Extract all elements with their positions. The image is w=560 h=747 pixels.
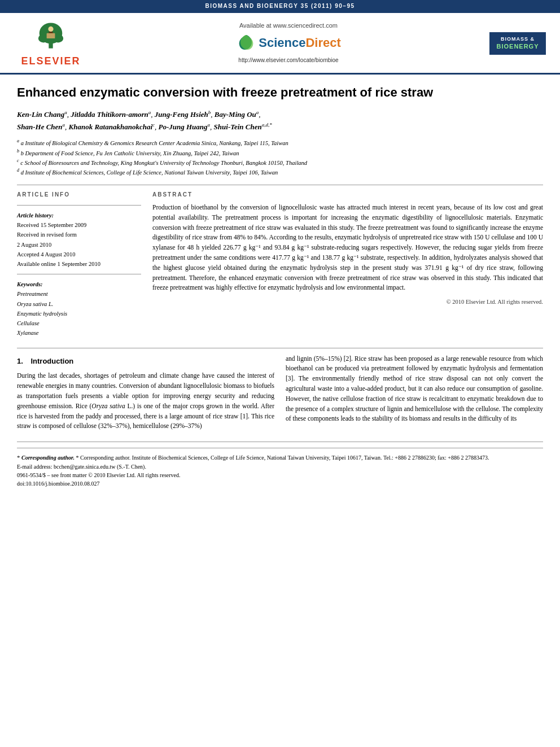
star-icon: *	[17, 454, 20, 461]
body-right-column: and lignin (5%–15%) [2]. Rice straw has …	[286, 354, 543, 436]
copyright-line: © 2010 Elsevier Ltd. All rights reserved…	[152, 298, 543, 306]
revised-date: 2 August 2010	[17, 241, 141, 249]
intro-para2: and lignin (5%–15%) [2]. Rice straw has …	[286, 354, 543, 425]
accepted-date: Accepted 4 August 2010	[17, 250, 141, 259]
section-title: Introduction	[30, 357, 73, 365]
sciencedirect-text: ScienceDirect	[259, 34, 341, 52]
center-header: Available at www.sciencedirect.com Scien…	[90, 21, 487, 64]
elsevier-tree-icon	[28, 19, 73, 53]
main-content: Enhanced enzymatic conversion with freez…	[0, 75, 560, 493]
info-abstract-section: ARTICLE INFO Article history: Received 1…	[17, 191, 543, 338]
svg-point-4	[48, 26, 53, 31]
body-left-column: 1. Introduction During the last decades,…	[17, 354, 274, 436]
journal-logo-right: BIOMASS & BIOENERGY	[487, 32, 549, 55]
section-number: 1.	[17, 357, 23, 365]
page: BIOMASS AND BIOENERGY 35 (2011) 90–95 EL…	[0, 0, 560, 747]
corresponding-author: * Corresponding author. * Corresponding …	[17, 453, 543, 462]
doi-footnote: doi:10.1016/j.biombioe.2010.08.027	[17, 479, 543, 488]
issn-footnote: 0961-9534/$ – see front matter © 2010 El…	[17, 471, 543, 479]
info-separator	[17, 205, 141, 206]
journal-top-bar: BIOMASS AND BIOENERGY 35 (2011) 90–95	[0, 0, 560, 13]
sciencedirect-logo: ScienceDirect	[236, 33, 341, 53]
journal-url: http://www.elsevier.com/locate/biombioe	[238, 56, 338, 65]
available-text: Available at www.sciencedirect.com	[239, 21, 338, 30]
affiliation-d: d d Institute of Biochemical Sciences, C…	[17, 167, 543, 177]
email-footnote: E-mail address: bcchen@gate.sinica.edu.t…	[17, 462, 543, 471]
intro-para1: During the last decades, shortages of pe…	[17, 371, 274, 431]
footnote-area: * Corresponding author. * Corresponding …	[17, 448, 543, 488]
affiliation-b: b b Department of Food Science, Fu Jen C…	[17, 148, 543, 158]
history-label: Article history:	[17, 211, 141, 220]
article-title: Enhanced enzymatic conversion with freez…	[17, 85, 543, 101]
body-separator	[17, 348, 543, 348]
keyword-5: Xylanase	[17, 329, 141, 337]
abstract-section: ABSTRACT Production of bioethanol by the…	[152, 191, 543, 338]
authors: Ken-Lin Changa, Jitladda Thitikorn-amorn…	[17, 108, 543, 133]
elsevier-text: ELSEVIER	[21, 54, 80, 68]
available-date: Available online 1 September 2010	[17, 260, 141, 268]
keyword-1: Pretreatment	[17, 290, 141, 298]
affiliation-a: a a Institute of Biological Chemistry & …	[17, 138, 543, 147]
separator	[17, 185, 543, 185]
biomass-text: BIOMASS &	[494, 36, 541, 43]
elsevier-logo: ELSEVIER	[11, 19, 90, 68]
keyword-3: Enzymatic hydrolysis	[17, 309, 141, 318]
keywords-list: Pretreatment Oryza sativa L. Enzymatic h…	[17, 290, 141, 337]
intro-heading: 1. Introduction	[17, 356, 274, 367]
article-info-column: ARTICLE INFO Article history: Received 1…	[17, 191, 141, 338]
journal-citation: BIOMASS AND BIOENERGY 35 (2011) 90–95	[205, 3, 355, 9]
revised-label: Received in revised form	[17, 230, 141, 239]
journal-header: ELSEVIER Available at www.sciencedirect.…	[0, 13, 560, 75]
sciencedirect-icon	[236, 33, 256, 53]
body-content: 1. Introduction During the last decades,…	[17, 354, 543, 436]
keyword-4: Cellulase	[17, 319, 141, 327]
keyword-2: Oryza sativa L.	[17, 300, 141, 308]
affiliation-c: c c School of Bioresources and Technolog…	[17, 158, 543, 167]
affiliations: a a Institute of Biological Chemistry & …	[17, 138, 543, 177]
footnote-separator	[17, 442, 543, 442]
received-date: Received 15 September 2009	[17, 221, 141, 229]
keywords-label: Keywords:	[17, 280, 141, 289]
abstract-text: Production of bioethanol by the conversi…	[152, 203, 543, 293]
article-info-title: ARTICLE INFO	[17, 191, 141, 199]
article-dates: Received 15 September 2009 Received in r…	[17, 221, 141, 268]
bioenergy-text: BIOENERGY	[494, 42, 541, 51]
keywords-separator	[17, 274, 141, 274]
biomass-bioenergy-logo: BIOMASS & BIOENERGY	[489, 32, 546, 55]
abstract-title: ABSTRACT	[152, 191, 543, 199]
svg-rect-6	[47, 33, 55, 38]
